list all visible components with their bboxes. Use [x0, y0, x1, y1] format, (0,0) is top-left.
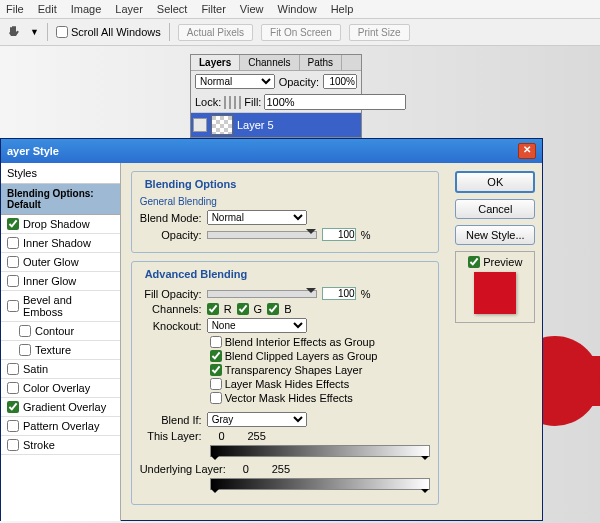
style-label: Color Overlay [23, 382, 90, 394]
style-color-overlay[interactable]: Color Overlay [1, 379, 120, 398]
menu-image[interactable]: Image [71, 3, 102, 15]
layers-panel: Layers Channels Paths Normal Opacity: Lo… [190, 54, 362, 138]
style-checkbox[interactable] [7, 382, 19, 394]
underlying-gradient[interactable] [210, 478, 430, 490]
ok-button[interactable]: OK [455, 171, 535, 193]
cb-transparency-shapes[interactable] [210, 364, 222, 376]
preview-swatch [474, 272, 516, 314]
layer-row[interactable]: Layer 5 [191, 113, 361, 137]
underlying-label: Underlying Layer: [140, 463, 226, 475]
style-checkbox[interactable] [7, 256, 19, 268]
fill-input[interactable] [264, 94, 406, 110]
preview-checkbox[interactable] [468, 256, 480, 268]
blending-options-default[interactable]: Blending Options: Default [1, 184, 120, 215]
visibility-icon[interactable] [193, 118, 207, 132]
this-layer-gradient[interactable] [210, 445, 430, 457]
actual-pixels-button[interactable]: Actual Pixels [178, 24, 253, 41]
style-label: Gradient Overlay [23, 401, 106, 413]
print-size-button[interactable]: Print Size [349, 24, 410, 41]
lock-all-icon[interactable] [239, 96, 241, 109]
fill-opacity-slider[interactable] [207, 290, 317, 298]
close-icon[interactable]: ✕ [518, 143, 536, 159]
tab-channels[interactable]: Channels [240, 55, 299, 70]
lock-label: Lock: [195, 96, 221, 108]
menu-file[interactable]: File [6, 3, 24, 15]
tab-layers[interactable]: Layers [191, 55, 240, 70]
style-label: Inner Shadow [23, 237, 91, 249]
menu-select[interactable]: Select [157, 3, 188, 15]
styles-list: Styles Blending Options: Default Drop Sh… [1, 163, 121, 521]
fill-opacity-value[interactable] [322, 287, 356, 300]
menu-bar: File Edit Image Layer Select Filter View… [0, 0, 600, 19]
menu-filter[interactable]: Filter [201, 3, 225, 15]
opacity-label: Opacity: [279, 76, 319, 88]
lock-transparency-icon[interactable] [224, 96, 226, 109]
blend-mode-dropdown[interactable]: Normal [207, 210, 307, 225]
style-inner-glow[interactable]: Inner Glow [1, 272, 120, 291]
style-checkbox[interactable] [7, 363, 19, 375]
style-checkbox[interactable] [19, 344, 31, 356]
channel-g[interactable] [237, 303, 249, 315]
style-contour[interactable]: Contour [1, 322, 120, 341]
cb-vector-mask-hides[interactable] [210, 392, 222, 404]
lock-pixels-icon[interactable] [229, 96, 231, 109]
cb-blend-clipped[interactable] [210, 350, 222, 362]
layer-thumbnail[interactable] [211, 115, 233, 135]
style-gradient-overlay[interactable]: Gradient Overlay [1, 398, 120, 417]
blend-if-dropdown[interactable]: Gray [207, 412, 307, 427]
knockout-label: Knockout: [140, 320, 202, 332]
style-checkbox[interactable] [19, 325, 31, 337]
new-style-button[interactable]: New Style... [455, 225, 535, 245]
fill-opacity-label: Fill Opacity: [140, 288, 202, 300]
opacity-input[interactable] [323, 74, 357, 89]
cancel-button[interactable]: Cancel [455, 199, 535, 219]
scroll-all-windows-checkbox[interactable]: Scroll All Windows [56, 26, 161, 38]
style-label: Contour [35, 325, 74, 337]
channel-r[interactable] [207, 303, 219, 315]
style-label: Satin [23, 363, 48, 375]
menu-view[interactable]: View [240, 3, 264, 15]
style-checkbox[interactable] [7, 300, 19, 312]
style-satin[interactable]: Satin [1, 360, 120, 379]
style-stroke[interactable]: Stroke [1, 436, 120, 455]
channel-b[interactable] [267, 303, 279, 315]
layer-style-dialog: ayer Style ✕ Styles Blending Options: De… [0, 138, 543, 521]
style-outer-glow[interactable]: Outer Glow [1, 253, 120, 272]
cb-layer-mask-hides[interactable] [210, 378, 222, 390]
style-label: Texture [35, 344, 71, 356]
style-label: Drop Shadow [23, 218, 90, 230]
opacity-value[interactable] [322, 228, 356, 241]
style-label: Stroke [23, 439, 55, 451]
style-checkbox[interactable] [7, 275, 19, 287]
blend-mode-select[interactable]: Normal [195, 74, 275, 89]
menu-layer[interactable]: Layer [115, 3, 143, 15]
menu-edit[interactable]: Edit [38, 3, 57, 15]
style-inner-shadow[interactable]: Inner Shadow [1, 234, 120, 253]
dialog-title: ayer Style [7, 145, 59, 157]
blend-if-label: Blend If: [140, 414, 202, 426]
cb-blend-interior[interactable] [210, 336, 222, 348]
style-checkbox[interactable] [7, 218, 19, 230]
style-drop-shadow[interactable]: Drop Shadow [1, 215, 120, 234]
style-pattern-overlay[interactable]: Pattern Overlay [1, 417, 120, 436]
menu-help[interactable]: Help [331, 3, 354, 15]
menu-window[interactable]: Window [278, 3, 317, 15]
hand-tool-icon[interactable] [6, 24, 22, 40]
lock-position-icon[interactable] [234, 96, 236, 109]
opacity-slider[interactable] [207, 231, 317, 239]
style-checkbox[interactable] [7, 420, 19, 432]
dialog-titlebar[interactable]: ayer Style ✕ [1, 139, 542, 163]
style-bevel-and-emboss[interactable]: Bevel and Emboss [1, 291, 120, 322]
styles-header[interactable]: Styles [1, 163, 120, 184]
options-bar: ▼ Scroll All Windows Actual Pixels Fit O… [0, 19, 600, 46]
style-texture[interactable]: Texture [1, 341, 120, 360]
style-checkbox[interactable] [7, 439, 19, 451]
tab-paths[interactable]: Paths [300, 55, 343, 70]
style-label: Inner Glow [23, 275, 76, 287]
style-label: Outer Glow [23, 256, 79, 268]
fit-on-screen-button[interactable]: Fit On Screen [261, 24, 341, 41]
pct-label: % [361, 229, 371, 241]
style-checkbox[interactable] [7, 237, 19, 249]
knockout-dropdown[interactable]: None [207, 318, 307, 333]
style-checkbox[interactable] [7, 401, 19, 413]
